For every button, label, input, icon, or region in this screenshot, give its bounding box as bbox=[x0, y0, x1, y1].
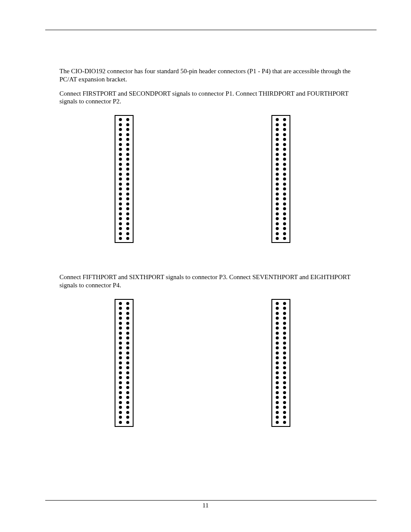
pin bbox=[119, 356, 122, 359]
pin-row bbox=[119, 342, 129, 345]
pin bbox=[126, 336, 129, 339]
pin bbox=[276, 207, 279, 210]
pin-row bbox=[119, 336, 129, 339]
pin-row bbox=[276, 416, 286, 419]
pin bbox=[126, 143, 129, 146]
paragraph-p1p2: Connect FIRSTPORT and SECONDPORT signals… bbox=[59, 90, 368, 106]
pin bbox=[119, 177, 122, 180]
pin bbox=[119, 381, 122, 384]
pin bbox=[126, 197, 129, 200]
pin bbox=[119, 346, 122, 349]
pin-row bbox=[119, 411, 129, 414]
pin bbox=[276, 168, 279, 171]
paragraph-intro: The CIO-DIO192 connector has four standa… bbox=[59, 67, 368, 84]
pin bbox=[126, 118, 129, 121]
pin bbox=[126, 366, 129, 369]
pin-row bbox=[276, 158, 286, 161]
pin bbox=[126, 332, 129, 335]
pin bbox=[276, 197, 279, 200]
pin bbox=[283, 312, 286, 315]
pin-row bbox=[119, 232, 129, 235]
pin bbox=[283, 133, 286, 136]
pin bbox=[119, 202, 122, 205]
pin-row bbox=[119, 312, 129, 315]
pin bbox=[126, 327, 129, 330]
pin bbox=[283, 148, 286, 151]
pin bbox=[126, 232, 129, 235]
pin bbox=[283, 352, 286, 355]
pin bbox=[119, 327, 122, 330]
pin bbox=[126, 421, 129, 424]
pin bbox=[276, 386, 279, 389]
pin-row bbox=[276, 168, 286, 171]
pin bbox=[119, 158, 122, 161]
pin-row bbox=[276, 421, 286, 424]
pin bbox=[119, 168, 122, 171]
pin-row bbox=[119, 202, 129, 205]
pin-row bbox=[119, 197, 129, 200]
pin bbox=[283, 411, 286, 414]
pin bbox=[119, 396, 122, 399]
pin bbox=[119, 143, 122, 146]
pin bbox=[119, 217, 122, 220]
pin-row bbox=[276, 232, 286, 235]
pin bbox=[276, 173, 279, 176]
pin bbox=[126, 312, 129, 315]
pin bbox=[119, 302, 122, 305]
pin bbox=[276, 153, 279, 156]
pin bbox=[283, 193, 286, 196]
pin bbox=[276, 187, 279, 190]
pin bbox=[283, 327, 286, 330]
pin-row bbox=[119, 391, 129, 394]
pin bbox=[119, 118, 122, 121]
page-content: The CIO-DIO192 connector has four standa… bbox=[59, 67, 368, 457]
pin bbox=[276, 183, 279, 186]
connector-row-top bbox=[115, 115, 368, 243]
pin bbox=[126, 406, 129, 409]
pin-row bbox=[276, 307, 286, 310]
pin bbox=[276, 411, 279, 414]
pin bbox=[119, 183, 122, 186]
pin bbox=[119, 322, 122, 325]
pin-row bbox=[276, 376, 286, 379]
pin-row bbox=[119, 361, 129, 364]
pin bbox=[126, 401, 129, 404]
pin bbox=[119, 197, 122, 200]
pin bbox=[119, 207, 122, 210]
pin-row bbox=[119, 133, 129, 136]
pin bbox=[276, 406, 279, 409]
pin bbox=[276, 401, 279, 404]
pin bbox=[276, 332, 279, 335]
pin bbox=[283, 202, 286, 205]
pin bbox=[119, 376, 122, 379]
pin-row bbox=[119, 123, 129, 126]
pin bbox=[119, 391, 122, 394]
pin bbox=[276, 322, 279, 325]
pin bbox=[283, 317, 286, 320]
pin bbox=[119, 123, 122, 126]
pin bbox=[276, 307, 279, 310]
pin-row bbox=[119, 386, 129, 389]
pin bbox=[283, 123, 286, 126]
pin bbox=[126, 187, 129, 190]
pin bbox=[276, 352, 279, 355]
pin bbox=[276, 217, 279, 220]
pin bbox=[126, 386, 129, 389]
pin-row bbox=[119, 158, 129, 161]
pin bbox=[283, 376, 286, 379]
pin bbox=[119, 237, 122, 240]
pin-row bbox=[119, 153, 129, 156]
pin bbox=[126, 396, 129, 399]
pin bbox=[126, 173, 129, 176]
pin-row bbox=[119, 118, 129, 121]
pin bbox=[276, 222, 279, 225]
pin-row bbox=[276, 312, 286, 315]
pin bbox=[276, 391, 279, 394]
pin bbox=[119, 227, 122, 230]
pin bbox=[119, 317, 122, 320]
pin bbox=[119, 342, 122, 345]
pin bbox=[119, 352, 122, 355]
pin-row bbox=[119, 421, 129, 424]
pin bbox=[119, 361, 122, 364]
pin bbox=[276, 163, 279, 166]
